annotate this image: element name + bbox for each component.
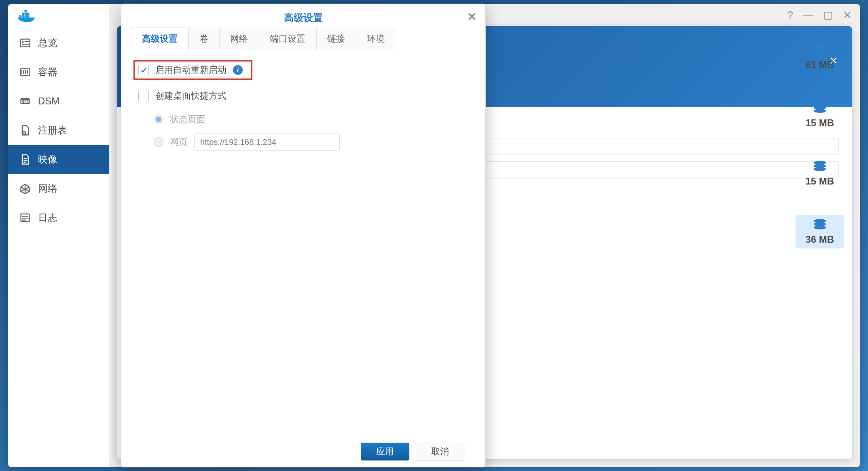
sidebar-item-network[interactable]: 网络 xyxy=(8,174,109,203)
close-window-button[interactable]: ✕ xyxy=(843,10,852,20)
radio-webpage[interactable] xyxy=(154,137,163,147)
info-icon[interactable]: i xyxy=(233,65,243,75)
maximize-button[interactable]: ▢ xyxy=(823,10,833,20)
svg-rect-6 xyxy=(27,13,29,15)
minimize-button[interactable]: — xyxy=(803,10,813,20)
svg-rect-1 xyxy=(22,15,24,17)
sidebar-item-log[interactable]: 日志 xyxy=(8,203,109,232)
modal-close-icon[interactable]: ✕ xyxy=(467,11,476,23)
modal-footer: 应用 取消 xyxy=(131,436,476,467)
radio-status-label: 状态页面 xyxy=(170,113,205,125)
svg-rect-4 xyxy=(22,13,24,15)
sidebar-item-label: 容器 xyxy=(38,66,57,78)
image-size-item[interactable]: 36 MB xyxy=(796,215,844,248)
image-size-column: 61 MB 15 MB 15 MB 36 MB xyxy=(796,40,844,248)
disk-icon xyxy=(813,160,827,172)
log-icon xyxy=(19,212,31,223)
auto-restart-row: 启用自动重新启动 i xyxy=(135,62,251,78)
cancel-button[interactable]: 取消 xyxy=(416,443,464,460)
sidebar-item-overview[interactable]: 总览 xyxy=(8,28,109,57)
registry-icon xyxy=(19,125,31,136)
container-icon xyxy=(19,66,31,78)
desktop-shortcut-label: 创建桌面快捷方式 xyxy=(155,90,227,102)
svg-rect-15 xyxy=(25,70,26,74)
apply-button[interactable]: 应用 xyxy=(361,443,409,460)
sidebar-item-label: 映像 xyxy=(38,153,57,166)
svg-rect-3 xyxy=(27,15,29,17)
tab-port[interactable]: 端口设置 xyxy=(259,28,316,50)
svg-rect-14 xyxy=(23,70,24,74)
image-size-value: 15 MB xyxy=(805,176,834,187)
modal-title-text: 高级设置 xyxy=(284,12,323,23)
sidebar-item-label: 网络 xyxy=(38,182,57,195)
check-icon xyxy=(140,66,147,74)
sidebar-item-dsm[interactable]: DSM DSM xyxy=(8,87,109,116)
webpage-url-input[interactable] xyxy=(194,134,340,151)
svg-rect-2 xyxy=(24,15,26,17)
advanced-settings-modal: 高级设置 ✕ 高级设置 卷 网络 端口设置 链接 环境 启用自动重新启动 i 创… xyxy=(121,4,485,467)
svg-rect-7 xyxy=(24,10,26,12)
svg-rect-5 xyxy=(24,13,26,15)
sidebar-item-label: 日志 xyxy=(38,211,57,224)
desktop-shortcut-row: 创建桌面快捷方式 xyxy=(135,87,472,104)
tab-network[interactable]: 网络 xyxy=(219,28,259,50)
svg-rect-8 xyxy=(20,39,30,47)
modal-title: 高级设置 ✕ xyxy=(121,4,485,28)
modal-body: 启用自动重新启动 i 创建桌面快捷方式 状态页面 网页 xyxy=(121,50,485,436)
svg-point-9 xyxy=(22,41,24,43)
svg-rect-30 xyxy=(22,218,28,219)
svg-point-34 xyxy=(814,51,826,55)
image-icon xyxy=(19,154,31,165)
svg-rect-29 xyxy=(22,216,28,216)
image-size-value: 61 MB xyxy=(805,59,834,70)
auto-restart-label: 启用自动重新启动 xyxy=(155,64,227,76)
svg-rect-16 xyxy=(27,70,28,74)
dsm-icon: DSM xyxy=(19,95,31,107)
svg-text:DSM: DSM xyxy=(21,100,30,104)
sidebar-item-label: 总览 xyxy=(38,36,57,49)
svg-rect-22 xyxy=(24,160,28,161)
svg-rect-31 xyxy=(22,220,26,221)
desktop-shortcut-checkbox[interactable] xyxy=(138,91,149,101)
tab-advanced[interactable]: 高级设置 xyxy=(131,28,188,50)
network-icon xyxy=(19,183,31,194)
tab-env[interactable]: 环境 xyxy=(356,28,396,50)
svg-rect-21 xyxy=(24,158,28,159)
radio-status-page[interactable] xyxy=(154,115,163,124)
svg-point-40 xyxy=(814,167,826,171)
svg-rect-11 xyxy=(22,44,29,45)
tab-volume[interactable]: 卷 xyxy=(188,28,219,50)
disk-icon xyxy=(813,219,827,230)
disk-icon xyxy=(813,102,827,113)
svg-rect-10 xyxy=(25,41,29,42)
sidebar-item-label: 注册表 xyxy=(38,124,67,137)
docker-logo-icon xyxy=(18,10,36,22)
image-size-value: 15 MB xyxy=(805,117,834,129)
sidebar-item-container[interactable]: 容器 xyxy=(8,57,109,87)
auto-restart-checkbox[interactable] xyxy=(138,65,149,75)
sidebar-item-label: DSM xyxy=(38,95,59,107)
shortcut-type-group: 状态页面 网页 xyxy=(154,113,472,151)
image-size-item[interactable]: 61 MB xyxy=(796,40,844,74)
svg-point-43 xyxy=(814,225,826,229)
disk-icon xyxy=(813,44,827,55)
image-size-item[interactable]: 15 MB xyxy=(796,157,844,190)
radio-status-row: 状态页面 xyxy=(154,113,472,125)
help-button[interactable]: ? xyxy=(788,10,793,20)
modal-tabs: 高级设置 卷 网络 端口设置 链接 环境 xyxy=(131,28,476,50)
radio-webpage-row: 网页 xyxy=(154,134,472,151)
svg-rect-0 xyxy=(19,15,21,17)
sidebar-item-image[interactable]: 映像 xyxy=(8,145,109,174)
tab-link[interactable]: 链接 xyxy=(316,28,356,50)
overview-icon xyxy=(19,37,31,49)
sidebar: 总览 容器 DSM DSM 注册表 映像 网络 日志 xyxy=(8,4,109,467)
image-size-item[interactable]: 15 MB xyxy=(796,99,844,132)
window-controls: ? — ▢ ✕ xyxy=(788,10,852,20)
svg-rect-23 xyxy=(24,162,26,163)
radio-webpage-label: 网页 xyxy=(170,136,188,148)
sidebar-item-registry[interactable]: 注册表 xyxy=(8,116,109,145)
svg-point-37 xyxy=(814,109,826,113)
image-size-value: 36 MB xyxy=(805,234,834,245)
svg-rect-13 xyxy=(21,70,22,74)
